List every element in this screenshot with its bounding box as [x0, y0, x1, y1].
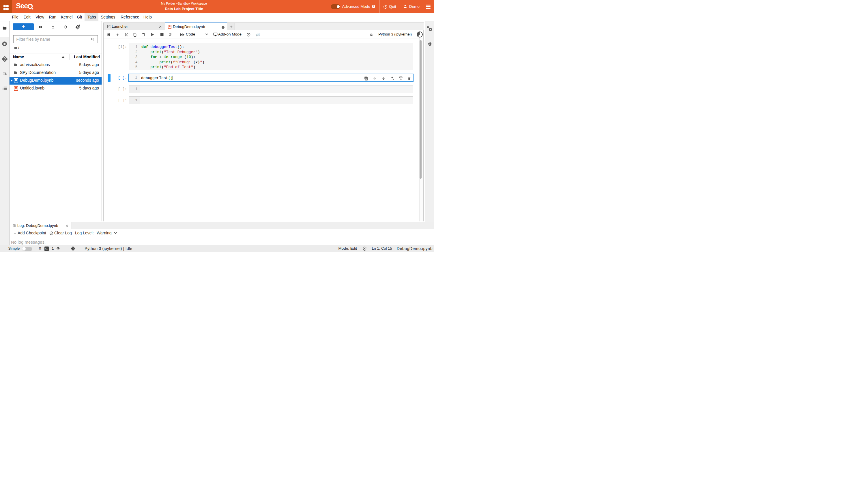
svg-text:$_: $_ — [45, 248, 48, 250]
svg-text:See: See — [16, 2, 28, 10]
